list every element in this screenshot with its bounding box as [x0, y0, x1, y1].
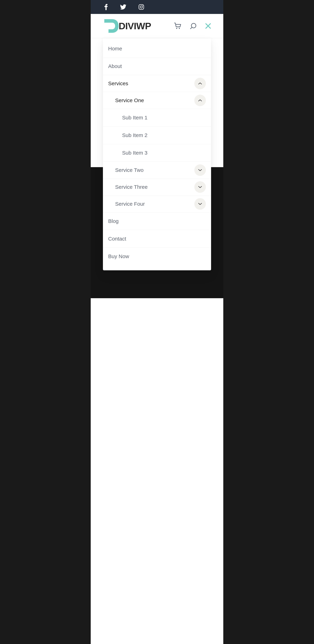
menu-item-blog[interactable]: Blog — [103, 212, 211, 230]
topbar — [91, 0, 223, 14]
menu-item-contact[interactable]: Contact — [103, 230, 211, 248]
chevron-down-icon[interactable] — [194, 164, 206, 176]
twitter-icon[interactable] — [120, 4, 126, 10]
chevron-up-icon[interactable] — [194, 78, 206, 89]
menu-item-service-one[interactable]: Service One — [103, 92, 211, 109]
chevron-down-icon[interactable] — [194, 181, 206, 193]
menu-label-service-three: Service Three — [115, 179, 194, 196]
logo-text-a: DIVI — [119, 20, 136, 31]
svg-point-4 — [179, 28, 180, 29]
menu-label-services: Services — [108, 75, 194, 92]
menu-item-home[interactable]: Home — [103, 40, 211, 58]
facebook-icon[interactable] — [104, 4, 108, 10]
menu-item-about[interactable]: About — [103, 58, 211, 75]
cart-icon[interactable] — [174, 23, 181, 29]
menu-label-service-one: Service One — [115, 92, 194, 109]
menu-item-service-three[interactable]: Service Three — [103, 179, 211, 196]
instagram-icon[interactable] — [139, 4, 144, 10]
menu-item-buy-now[interactable]: Buy Now — [103, 248, 211, 265]
site-header: DIVIWP — [91, 14, 223, 38]
menu-item-sub-3[interactable]: Sub Item 3 — [103, 144, 211, 162]
site-logo[interactable]: DIVIWP — [103, 19, 151, 33]
below-spacer — [91, 298, 223, 644]
menu-item-services[interactable]: Services — [103, 75, 211, 92]
svg-point-1 — [140, 6, 143, 8]
chevron-down-icon[interactable] — [194, 198, 206, 210]
logo-mark-icon — [103, 19, 119, 33]
svg-line-6 — [190, 27, 192, 29]
menu-label-service-four: Service Four — [115, 196, 194, 212]
mobile-menu-panel: Home About Services — [103, 38, 211, 270]
menu-item-service-four[interactable]: Service Four — [103, 196, 211, 212]
menu-item-service-two[interactable]: Service Two — [103, 162, 211, 179]
menu-label-service-two: Service Two — [115, 162, 194, 178]
chevron-up-icon[interactable] — [194, 95, 206, 106]
svg-point-3 — [176, 28, 177, 29]
logo-text: DIVIWP — [119, 20, 151, 31]
logo-text-b: WP — [136, 20, 151, 31]
menu-item-sub-2[interactable]: Sub Item 2 — [103, 126, 211, 144]
menu-item-sub-1[interactable]: Sub Item 1 — [103, 109, 211, 126]
svg-rect-0 — [139, 4, 144, 10]
close-icon[interactable] — [205, 23, 211, 29]
search-icon[interactable] — [190, 22, 197, 30]
svg-point-2 — [142, 5, 143, 6]
